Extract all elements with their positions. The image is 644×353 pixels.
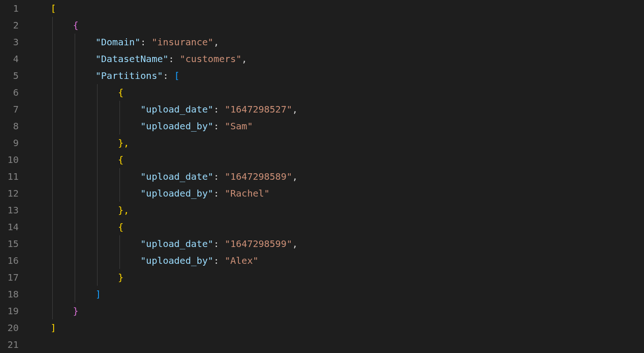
colon: :	[213, 120, 224, 132]
code-line[interactable]: {	[28, 219, 644, 235]
json-key-datasetname: "DatasetName"	[96, 53, 169, 64]
colon: :	[163, 70, 174, 81]
brace-open: {	[118, 87, 124, 98]
line-number: 15	[0, 235, 19, 252]
brace-close: },	[118, 137, 129, 148]
json-value-uploaded-by: "Alex"	[224, 255, 258, 266]
json-key-upload-date: "upload_date"	[140, 104, 214, 115]
line-number-gutter: 1 2 3 4 5 6 7 8 9 10 11 12 13 14 15 16 1…	[0, 0, 28, 353]
brace-close: }	[118, 272, 124, 283]
code-line[interactable]: {	[28, 84, 644, 101]
code-content[interactable]: [ { "Domain": "insurance", "DatasetName"…	[28, 0, 644, 353]
colon: :	[213, 104, 224, 115]
json-value-domain: "insurance"	[152, 36, 213, 48]
comma: ,	[292, 171, 298, 182]
bracket-close-array: ]	[96, 289, 101, 300]
json-key-upload-date: "upload_date"	[140, 238, 214, 249]
comma: ,	[292, 238, 298, 249]
line-number: 1	[0, 0, 19, 17]
json-key-uploaded-by: "uploaded_by"	[140, 255, 214, 266]
json-value-datasetname: "customers"	[180, 53, 241, 64]
json-value-upload-date: "1647298527"	[224, 104, 292, 115]
line-number: 12	[0, 185, 19, 202]
json-value-upload-date: "1647298589"	[224, 171, 292, 182]
line-number: 3	[0, 34, 19, 50]
code-line[interactable]: }	[28, 269, 644, 286]
line-number: 19	[0, 303, 19, 319]
code-line[interactable]: },	[28, 202, 644, 219]
brace-open: {	[118, 221, 124, 233]
line-number: 13	[0, 202, 19, 219]
json-value-upload-date: "1647298599"	[224, 238, 292, 249]
code-line[interactable]: ]	[28, 319, 644, 336]
code-line[interactable]: "DatasetName": "customers",	[28, 50, 644, 67]
line-number: 8	[0, 118, 19, 134]
code-line[interactable]: {	[28, 17, 644, 34]
comma: ,	[213, 36, 219, 48]
json-key-uploaded-by: "uploaded_by"	[140, 188, 214, 199]
line-number: 9	[0, 134, 19, 151]
line-number: 2	[0, 17, 19, 34]
brace-open: {	[73, 20, 78, 31]
line-number: 16	[0, 252, 19, 269]
line-number: 17	[0, 269, 19, 286]
line-number: 10	[0, 151, 19, 168]
line-number: 4	[0, 50, 19, 67]
line-number: 14	[0, 219, 19, 235]
brace-close: }	[73, 305, 78, 317]
code-line[interactable]: [	[28, 0, 644, 17]
code-line[interactable]: "Domain": "insurance",	[28, 34, 644, 50]
code-line[interactable]: }	[28, 303, 644, 319]
line-number: 11	[0, 168, 19, 185]
code-line[interactable]: "uploaded_by": "Rachel"	[28, 185, 644, 202]
colon: :	[213, 188, 224, 199]
json-key-domain: "Domain"	[96, 36, 140, 48]
bracket-close-array: ]	[50, 322, 56, 333]
line-number: 18	[0, 286, 19, 303]
line-number: 20	[0, 319, 19, 336]
colon: :	[140, 36, 152, 48]
code-line[interactable]: "upload_date": "1647298599",	[28, 235, 644, 252]
comma: ,	[292, 104, 298, 115]
json-value-uploaded-by: "Sam"	[224, 120, 252, 132]
colon: :	[213, 171, 224, 182]
code-line[interactable]: "uploaded_by": "Sam"	[28, 118, 644, 134]
line-number: 21	[0, 336, 19, 353]
json-key-uploaded-by: "uploaded_by"	[140, 120, 214, 132]
colon: :	[213, 255, 224, 266]
bracket-open-array: [	[174, 70, 180, 81]
code-line[interactable]: {	[28, 151, 644, 168]
code-line[interactable]: "uploaded_by": "Alex"	[28, 252, 644, 269]
code-line[interactable]: },	[28, 134, 644, 151]
code-editor[interactable]: 1 2 3 4 5 6 7 8 9 10 11 12 13 14 15 16 1…	[0, 0, 644, 353]
json-key-partitions: "Partitions"	[96, 70, 163, 81]
bracket-open-array: [	[50, 3, 56, 14]
code-line[interactable]: "Partitions": [	[28, 67, 644, 84]
json-value-uploaded-by: "Rachel"	[224, 188, 269, 199]
brace-open: {	[118, 154, 124, 165]
comma: ,	[242, 53, 247, 64]
line-number: 5	[0, 67, 19, 84]
json-key-upload-date: "upload_date"	[140, 171, 214, 182]
code-line[interactable]: "upload_date": "1647298589",	[28, 168, 644, 185]
line-number: 6	[0, 84, 19, 101]
colon: :	[213, 238, 224, 249]
brace-close: },	[118, 205, 129, 216]
code-line[interactable]: "upload_date": "1647298527",	[28, 101, 644, 118]
colon: :	[168, 53, 180, 64]
code-line[interactable]: ]	[28, 286, 644, 303]
code-line[interactable]	[28, 336, 644, 353]
line-number: 7	[0, 101, 19, 118]
